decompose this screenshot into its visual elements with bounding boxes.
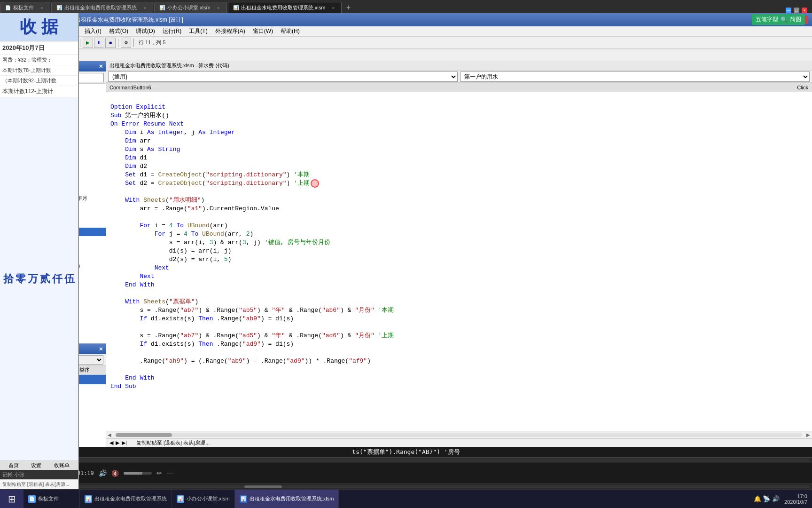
- code-content[interactable]: Option Explicit Sub 第一户的用水() On Error Re…: [106, 92, 812, 431]
- char-g: 伍: [64, 272, 75, 286]
- tab-active[interactable]: 📊 出租租金水电费用收取管理系统.xlsm ×: [228, 2, 342, 13]
- status-text: 复制粘贴至 [退租表] 表从[房源...: [136, 439, 808, 446]
- ss-bottom-nav: 首页 设置 收账单: [0, 460, 78, 470]
- h-scroll-thumb: [116, 433, 172, 437]
- tab-label: 小办公小课堂.xlsm: [167, 4, 211, 11]
- tab-icon: 📊: [56, 5, 62, 10]
- menu-insert[interactable]: 插入(I): [81, 26, 105, 36]
- tab-label: 模板文件: [13, 4, 34, 11]
- menu-window[interactable]: 窗口(W): [249, 26, 277, 36]
- menu-help[interactable]: 帮助(H): [277, 26, 304, 36]
- search-icon[interactable]: 🔍: [781, 16, 788, 23]
- ss-char1: 收: [20, 16, 37, 39]
- h-scrollbar[interactable]: ◀ ▶: [106, 431, 812, 438]
- tab-template[interactable]: 📄 模板文件 ×: [0, 2, 50, 13]
- tab-management-system[interactable]: 📊 出租租金水电费用收取管理系统 ×: [51, 2, 153, 13]
- menu-addins[interactable]: 外接程序(A): [211, 26, 249, 36]
- ss-date-area: 2020年10月7日: [0, 41, 78, 55]
- vbe-titlebar: VB Microsoft Visual Basic - 出租租金水电费用收取管理…: [0, 13, 812, 26]
- nav-prev-icon[interactable]: ◀: [109, 440, 113, 446]
- start-button[interactable]: ⊞: [0, 490, 23, 508]
- ss-nav-settings[interactable]: 设置: [31, 462, 41, 469]
- system-tray: 🔔 📡 🔊: [749, 495, 784, 502]
- cmd-btn-label: CommandButton6: [109, 85, 151, 90]
- h-scroll-track[interactable]: [116, 433, 802, 437]
- tab-classroom[interactable]: 📊 小办公小课堂.xlsm ×: [154, 2, 227, 13]
- ss-nav-collect[interactable]: 收账单: [54, 462, 70, 469]
- mute-icon[interactable]: 🔇: [111, 470, 119, 477]
- video-scroll-track[interactable]: [2, 459, 810, 462]
- video-controls: ◀◀ ▶▶ ⏸ ⏹ 00:01:19 🔊 🔇: [0, 463, 812, 484]
- proc-dropdown[interactable]: 第一户的用水: [460, 71, 810, 82]
- input-method-bar[interactable]: 五笔字型 🔍 简图: [752, 14, 805, 25]
- taskbar-item-template[interactable]: 📄 模板文件: [23, 490, 80, 508]
- taskbar-icon: 📊: [240, 495, 247, 503]
- click-label: Click: [797, 85, 808, 90]
- video-h-scroll[interactable]: [0, 457, 812, 463]
- bottom-scroll-track[interactable]: [2, 485, 810, 488]
- taskbar-item-active[interactable]: 📊 出租租金水电费用收取管理系统.xlsm: [235, 490, 339, 508]
- tab-close[interactable]: ×: [141, 5, 148, 11]
- ss-main-header: 收 据: [0, 13, 78, 41]
- taskbar-item-classroom[interactable]: 📊 小办公小课堂.xlsm: [172, 490, 235, 508]
- ss-fee3: （本期计数92-上期计数: [0, 76, 78, 86]
- project-close-icon[interactable]: ✕: [99, 64, 103, 70]
- toolbar-break[interactable]: ⏸: [94, 38, 104, 48]
- taskbar-label: 出租租金水电费用收取管理系统.xlsm: [250, 495, 334, 502]
- vbe-menubar: 文件(F) 编辑(E) 视图(V) 插入(I) 格式(O) 调试(D) 运行(R…: [0, 26, 812, 37]
- toolbar-design[interactable]: ⚙: [121, 38, 131, 48]
- tab-close[interactable]: ×: [330, 5, 336, 11]
- taskbar-icon: 📊: [177, 495, 184, 503]
- volume-fill: [124, 472, 142, 475]
- taskbar-item-management[interactable]: 📊 出租租金水电费用收取管理系统: [80, 490, 172, 508]
- menu-format[interactable]: 格式(O): [105, 26, 132, 36]
- tab-close[interactable]: ×: [39, 5, 45, 11]
- tab-close[interactable]: ×: [215, 5, 222, 11]
- toolbar-reset[interactable]: ■: [105, 38, 116, 48]
- minimize-button[interactable]: —: [786, 8, 791, 13]
- menu-run[interactable]: 运行(R): [159, 26, 186, 36]
- props-close-icon[interactable]: ✕: [99, 346, 103, 352]
- nav-play-icon[interactable]: ▶: [116, 440, 119, 446]
- bottom-scroll-thumb: [244, 485, 282, 488]
- menu-debug[interactable]: 调试(D): [132, 26, 159, 36]
- object-dropdown[interactable]: (通用): [108, 71, 458, 82]
- bottom-scroll[interactable]: [0, 484, 812, 489]
- location-label: 行 11，列 5: [136, 39, 168, 46]
- tab-icon: 📊: [233, 5, 239, 10]
- h-scroll-right[interactable]: ▶: [804, 432, 812, 437]
- restore-button[interactable]: □: [794, 8, 799, 13]
- volume-slider[interactable]: [124, 472, 152, 475]
- tray-icons: 🔔 📡 🔊: [754, 495, 780, 502]
- volume-icon[interactable]: 🔊: [99, 469, 107, 477]
- ss-fee2: 本期计数78-上期计数: [0, 65, 78, 76]
- module-path-label: 出租租金水电费用收取管理系统.xlsm - 算水费 (代码): [109, 62, 229, 69]
- ss-note1: 本期计数112-上期计: [0, 86, 78, 97]
- ss-nav-first[interactable]: 首页: [8, 462, 19, 469]
- code-panel: 出租租金水电费用收取管理系统.xlsm - 算水费 (代码) (通用) 第一户的…: [106, 61, 812, 447]
- nav-next-icon[interactable]: ▶|: [122, 440, 127, 446]
- browser-tabs: 📄 模板文件 × 📊 出租租金水电费用收取管理系统 × 📊 小办公小课堂.xls…: [0, 0, 812, 13]
- sep3: [80, 39, 80, 47]
- video-player-area: ts("票据单").Range("AB7") '房号 ◀◀ ▶▶ ⏸: [0, 447, 812, 489]
- tab-label: 出租租金水电费用收取管理系统: [64, 4, 137, 11]
- taskbar-label: 小办公小课堂.xlsm: [187, 495, 230, 502]
- vbe-toolbar: 💾 ✂ 📋 📄 ↩ ↪ ▶ ⏸ ■ ⚙ 行 11，列 5: [0, 37, 812, 49]
- vbe-content-area: 工程 - Project ✕ 📝 🖼 📁 ▼: [0, 61, 812, 447]
- menu-tools[interactable]: 工具(T): [185, 26, 211, 36]
- minimize-icon[interactable]: —: [167, 469, 173, 477]
- char-b: 贰: [40, 272, 50, 286]
- code-window-header: 出租租金水电费用收取管理系统.xlsm - 算水费 (代码): [106, 61, 812, 71]
- close-button[interactable]: ×: [802, 8, 807, 13]
- toolbar-run[interactable]: ▶: [83, 38, 93, 48]
- h-scroll-left[interactable]: ◀: [106, 432, 113, 437]
- tab-icon: 📄: [5, 5, 11, 10]
- ss-char2: 据: [41, 16, 58, 39]
- taskbar: ⊞ 📄 模板文件 📊 出租租金水电费用收取管理系统 📊 小办公小课堂.xlsm …: [0, 489, 812, 508]
- simple-mode-label: 简图: [790, 16, 801, 24]
- ss-instruction: 复制粘贴至 [退租表] 表从[房源...: [0, 479, 78, 489]
- code-editor[interactable]: Option Explicit Sub 第一户的用水() On Error Re…: [106, 92, 812, 438]
- draw-icon[interactable]: ✏: [156, 469, 162, 477]
- new-tab-button[interactable]: +: [343, 2, 354, 13]
- time-display: 17:0: [784, 493, 807, 499]
